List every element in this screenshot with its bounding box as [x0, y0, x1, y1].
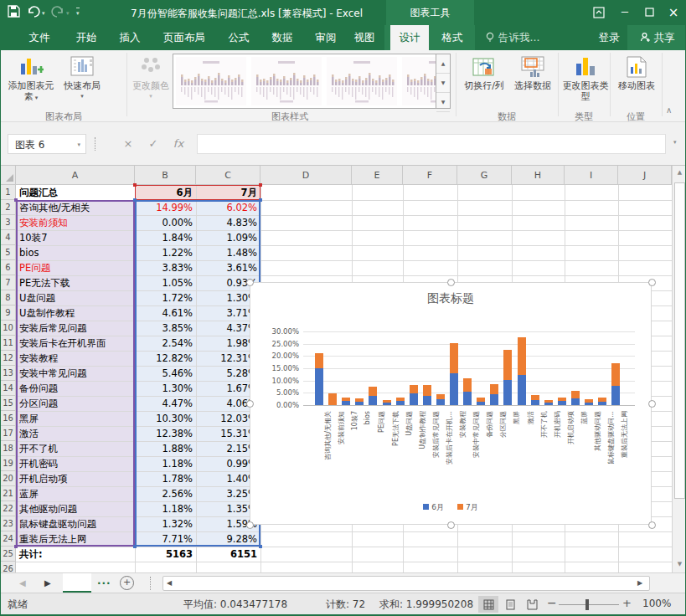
- bar-6月[interactable]: [410, 393, 418, 405]
- bar-7月[interactable]: [503, 350, 512, 379]
- bar-7月[interactable]: [423, 385, 431, 396]
- range-handle[interactable]: [14, 198, 18, 202]
- row-header-22[interactable]: 22: [1, 501, 16, 516]
- cell-C2[interactable]: 6.02%: [196, 200, 260, 215]
- cell-A11[interactable]: 安装后卡在开机界面: [16, 336, 135, 351]
- gallery-up-icon[interactable]: ▲: [436, 54, 450, 74]
- row-header-18[interactable]: 18: [1, 441, 16, 456]
- cell-A4[interactable]: 10装7: [16, 230, 135, 245]
- chart-title[interactable]: 图表标题: [250, 291, 651, 306]
- cell-A9[interactable]: U盘制作教程: [16, 305, 135, 321]
- cell-B7[interactable]: 1.05%: [135, 275, 196, 290]
- gallery-down-icon[interactable]: ▼: [436, 74, 450, 93]
- gallery-scrollbar[interactable]: ▲ ▼ ▼: [436, 54, 451, 109]
- bar-6月[interactable]: [544, 403, 553, 405]
- bar-7月[interactable]: [369, 387, 377, 396]
- ribbon-tab-格式[interactable]: 格式: [434, 25, 471, 50]
- cell-A6[interactable]: PE问题: [16, 260, 135, 275]
- cell-A20[interactable]: 开机启动项: [16, 471, 135, 486]
- ribbon-display-options-icon[interactable]: [587, 0, 611, 25]
- zoom-slider-thumb[interactable]: [585, 599, 589, 610]
- column-header-G[interactable]: G: [457, 166, 512, 185]
- ribbon-tab-数据[interactable]: 数据: [266, 25, 299, 50]
- row-header-9[interactable]: 9: [1, 305, 16, 321]
- cell-C1[interactable]: 7月: [196, 185, 260, 200]
- embedded-chart[interactable]: 图表标题0.00%5.00%10.00%15.00%20.00%25.00%30…: [250, 282, 652, 525]
- row-header-19[interactable]: 19: [1, 456, 16, 471]
- next-sheet-icon[interactable]: ▶: [44, 577, 51, 590]
- chart-style-thumbnail[interactable]: [402, 57, 436, 105]
- row-header-8[interactable]: 8: [1, 290, 16, 305]
- bar-7月[interactable]: [355, 398, 364, 402]
- cell-C24[interactable]: 9.28%: [196, 531, 260, 547]
- cell-B9[interactable]: 4.61%: [135, 305, 196, 321]
- row-header-23[interactable]: 23: [1, 516, 16, 531]
- vertical-scroll-thumb[interactable]: [674, 182, 685, 499]
- bar-6月[interactable]: [558, 401, 566, 405]
- name-box[interactable]: 图表 6 ▾: [8, 134, 86, 154]
- bar-6月[interactable]: [436, 399, 445, 405]
- cell-A24[interactable]: 重装后无法上网: [16, 531, 135, 547]
- bar-7月[interactable]: [436, 394, 445, 399]
- bar-7月[interactable]: [396, 398, 405, 401]
- add-chart-element-button[interactable]: 添加图表元素 ▾: [8, 53, 54, 104]
- cell-B16[interactable]: 10.30%: [135, 411, 196, 426]
- cell-B18[interactable]: 1.88%: [135, 441, 196, 456]
- cell-B6[interactable]: 3.83%: [135, 260, 196, 275]
- cell-A25[interactable]: 共计:: [16, 547, 135, 562]
- bar-6月[interactable]: [342, 401, 350, 405]
- bar-6月[interactable]: [396, 401, 405, 405]
- row-header-7[interactable]: 7: [1, 275, 16, 290]
- cell-A19[interactable]: 开机密码: [16, 456, 135, 471]
- range-handle[interactable]: [259, 545, 262, 548]
- page-layout-view-button[interactable]: [500, 596, 520, 613]
- share-button[interactable]: 共享: [627, 25, 686, 50]
- bar-7月[interactable]: [383, 400, 391, 403]
- ribbon-tab-设计[interactable]: 设计: [390, 25, 429, 50]
- cell-B11[interactable]: 2.54%: [135, 336, 196, 351]
- collapse-ribbon-icon[interactable]: ∧: [666, 105, 672, 115]
- bar-7月[interactable]: [531, 395, 539, 400]
- normal-view-button[interactable]: [478, 596, 498, 613]
- sign-in-button[interactable]: 登录: [592, 25, 626, 50]
- more-sheets-label[interactable]: ...: [97, 575, 111, 587]
- tell-me-box[interactable]: 告诉我...: [485, 25, 552, 50]
- undo-icon[interactable]: [27, 5, 40, 18]
- chart-selection-handle[interactable]: [246, 521, 254, 529]
- row-header-10[interactable]: 10: [1, 321, 16, 336]
- active-sheet-tab[interactable]: [63, 573, 91, 593]
- gallery-more-icon[interactable]: ▼: [436, 93, 450, 112]
- cell-B14[interactable]: 1.30%: [135, 381, 196, 396]
- legend-item-7月[interactable]: 7月: [457, 503, 478, 511]
- bar-7月[interactable]: [518, 337, 526, 375]
- column-header-B[interactable]: B: [135, 166, 196, 185]
- maximize-button[interactable]: [637, 0, 661, 25]
- bar-6月[interactable]: [450, 373, 458, 405]
- cell-A16[interactable]: 黑屏: [16, 411, 135, 426]
- chart-selection-handle[interactable]: [648, 279, 656, 286]
- cell-B2[interactable]: 14.99%: [135, 200, 196, 215]
- row-header-2[interactable]: 2: [1, 200, 16, 215]
- column-header-C[interactable]: C: [196, 166, 260, 185]
- undo-dropdown-icon[interactable]: ▾: [42, 10, 45, 17]
- cell-A2[interactable]: 咨询其他/无相关: [16, 200, 135, 215]
- chart-selection-handle[interactable]: [648, 400, 656, 408]
- zoom-slider-track[interactable]: [559, 604, 619, 605]
- cell-A12[interactable]: 安装教程: [16, 351, 135, 366]
- chart-style-thumbnail[interactable]: [327, 57, 397, 105]
- quick-layout-button[interactable]: 快速布局▾: [58, 53, 106, 102]
- bar-6月[interactable]: [518, 375, 526, 405]
- row-header-14[interactable]: 14: [1, 381, 16, 396]
- expand-formula-bar-icon[interactable]: ▾: [673, 139, 677, 146]
- change-chart-type-button[interactable]: 更改图表类型: [562, 53, 609, 102]
- bar-6月[interactable]: [531, 400, 539, 405]
- bar-7月[interactable]: [315, 353, 323, 368]
- cell-B24[interactable]: 7.71%: [135, 531, 196, 547]
- cell-C4[interactable]: 1.09%: [196, 230, 260, 245]
- scroll-left-icon[interactable]: ◀: [167, 579, 172, 587]
- cell-B5[interactable]: 1.22%: [135, 245, 196, 260]
- chart-style-thumbnail[interactable]: [251, 57, 322, 105]
- bar-6月[interactable]: [423, 396, 431, 405]
- bar-7月[interactable]: [477, 398, 485, 402]
- cell-B13[interactable]: 5.46%: [135, 366, 196, 381]
